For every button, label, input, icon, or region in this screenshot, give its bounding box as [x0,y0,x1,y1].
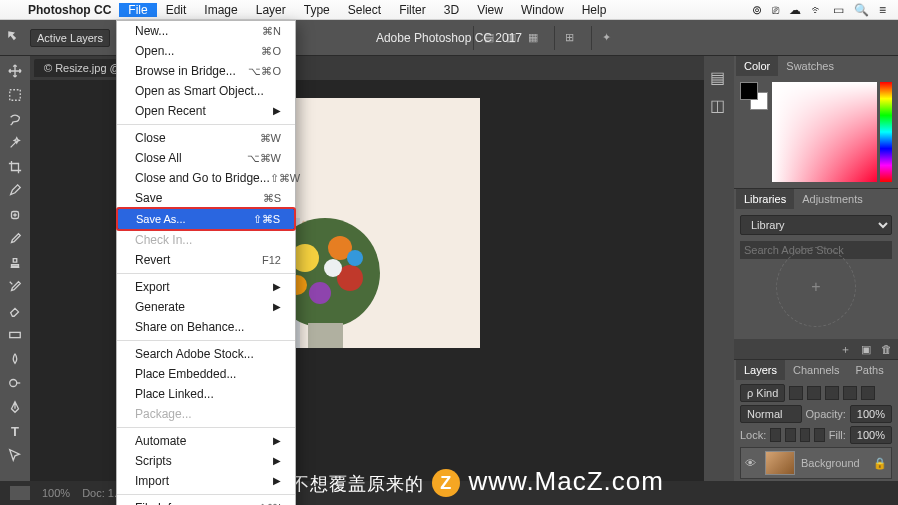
properties-icon[interactable]: ◫ [710,96,728,114]
file-menu-file-info[interactable]: File Info...⌥⇧⌘I [117,498,295,505]
align-left-icon[interactable]: ▤ [480,29,498,47]
display-icon[interactable]: ⎚ [772,3,779,17]
filter-type-icon[interactable] [825,386,839,400]
file-menu-revert[interactable]: RevertF12 [117,250,295,270]
file-menu-new[interactable]: New...⌘N [117,21,295,41]
library-select[interactable]: Library [740,215,892,235]
file-menu-open-as-smart-object[interactable]: Open as Smart Object... [117,81,295,101]
menu-icon[interactable]: ≡ [879,3,886,17]
align-center-icon[interactable]: ▥ [502,29,520,47]
file-menu-save-as[interactable]: Save As...⇧⌘S [117,208,295,230]
path-tool[interactable] [3,444,27,466]
pen-tool[interactable] [3,396,27,418]
color-picker[interactable] [772,82,877,182]
battery-icon[interactable]: ▭ [833,3,844,17]
align-right-icon[interactable]: ▦ [524,29,542,47]
hue-slider[interactable] [880,82,892,182]
menu-layer[interactable]: Layer [247,3,295,17]
lock-icon[interactable]: 🔒 [873,457,887,470]
move-tool[interactable] [3,60,27,82]
menu-image[interactable]: Image [195,3,246,17]
file-menu-close-all[interactable]: Close All⌥⌘W [117,148,295,168]
add-icon[interactable]: ＋ [840,342,851,357]
lock-transparency-icon[interactable] [770,428,781,442]
file-menu-place-linked[interactable]: Place Linked... [117,384,295,404]
file-menu-export[interactable]: Export▶ [117,277,295,297]
stamp-tool[interactable] [3,252,27,274]
blend-mode-select[interactable]: Normal [740,405,802,423]
foreground-background-swatch[interactable] [740,82,768,110]
layer-select[interactable]: Active Layers [30,29,110,47]
file-menu-close[interactable]: Close⌘W [117,128,295,148]
menu-filter[interactable]: Filter [390,3,435,17]
menu-type[interactable]: Type [295,3,339,17]
crop-tool[interactable] [3,156,27,178]
lock-all-icon[interactable] [814,428,825,442]
history-brush-tool[interactable] [3,276,27,298]
cloud-icon[interactable]: ☁ [789,3,801,17]
lock-position-icon[interactable] [800,428,811,442]
tab-paths[interactable]: Paths [848,360,892,380]
filter-shape-icon[interactable] [843,386,857,400]
layer-item-background[interactable]: 👁 Background 🔒 [740,447,892,479]
tab-adjustments[interactable]: Adjustments [794,189,871,209]
menu-select[interactable]: Select [339,3,390,17]
dodge-tool[interactable] [3,372,27,394]
add-to-library-drop[interactable]: + [776,247,856,327]
history-icon[interactable]: ▤ [710,68,728,86]
search-icon[interactable]: 🔍 [854,3,869,17]
wand-tool[interactable] [3,132,27,154]
filter-smart-icon[interactable] [861,386,875,400]
menu-edit[interactable]: Edit [157,3,196,17]
menu-help[interactable]: Help [573,3,616,17]
lasso-tool[interactable] [3,108,27,130]
blur-tool[interactable] [3,348,27,370]
app-name[interactable]: Photoshop CC [20,3,119,17]
file-menu-automate[interactable]: Automate▶ [117,431,295,451]
file-menu-place-embedded[interactable]: Place Embedded... [117,364,295,384]
filter-adjust-icon[interactable] [807,386,821,400]
filter-pixel-icon[interactable] [789,386,803,400]
visibility-icon[interactable]: 👁 [745,457,759,469]
file-menu-open-recent[interactable]: Open Recent▶ [117,101,295,121]
cc-icon[interactable]: ⊚ [752,3,762,17]
eraser-tool[interactable] [3,300,27,322]
tab-swatches[interactable]: Swatches [778,56,842,76]
file-menu-generate[interactable]: Generate▶ [117,297,295,317]
marquee-tool[interactable] [3,84,27,106]
layer-thumbnail[interactable] [765,451,795,475]
file-menu-share-on-behance[interactable]: Share on Behance... [117,317,295,337]
tab-layers[interactable]: Layers [736,360,785,380]
menu-3d[interactable]: 3D [435,3,468,17]
distribute-icon[interactable]: ⊞ [561,29,579,47]
stock-icon[interactable]: ▣ [861,343,871,356]
wifi-icon[interactable]: ᯤ [811,3,823,17]
fill-value[interactable]: 100% [850,426,892,444]
tab-color[interactable]: Color [736,56,778,76]
file-menu-close-and-go-to-bridge[interactable]: Close and Go to Bridge...⇧⌘W [117,168,295,188]
trash-icon[interactable]: 🗑 [881,343,892,355]
3d-mode-icon[interactable]: ✦ [598,29,616,47]
file-menu-search-adobe-stock[interactable]: Search Adobe Stock... [117,344,295,364]
opacity-value[interactable]: 100% [850,405,892,423]
gradient-tool[interactable] [3,324,27,346]
file-menu-browse-in-bridge[interactable]: Browse in Bridge...⌥⌘O [117,61,295,81]
svg-rect-16 [308,323,343,348]
move-tool-icon[interactable] [6,29,24,47]
menu-window[interactable]: Window [512,3,573,17]
brush-tool[interactable] [3,228,27,250]
lock-pixels-icon[interactable] [785,428,796,442]
file-menu-scripts[interactable]: Scripts▶ [117,451,295,471]
file-menu-import[interactable]: Import▶ [117,471,295,491]
zoom-level[interactable]: 100% [42,487,70,499]
type-tool[interactable]: T [3,420,27,442]
menu-file[interactable]: File [119,3,156,17]
file-menu-save[interactable]: Save⌘S [117,188,295,208]
menu-view[interactable]: View [468,3,512,17]
tab-channels[interactable]: Channels [785,360,847,380]
tab-libraries[interactable]: Libraries [736,189,794,209]
healing-tool[interactable] [3,204,27,226]
file-menu-open[interactable]: Open...⌘O [117,41,295,61]
eyedropper-tool[interactable] [3,180,27,202]
layer-kind-select[interactable]: ρ Kind [740,384,785,402]
